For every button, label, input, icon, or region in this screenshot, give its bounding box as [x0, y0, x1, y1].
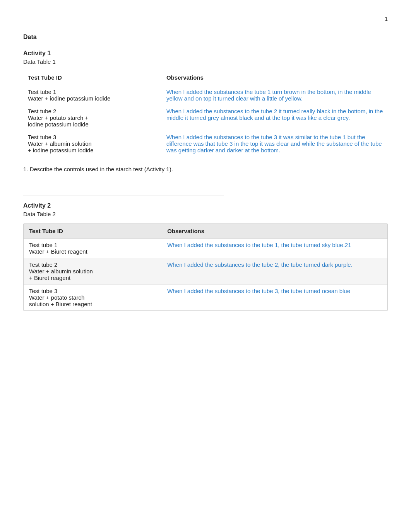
table-row: Test tube 1 Water + Biuret reagent When …	[24, 239, 387, 258]
tube-id-cell: Test tube 2 Water + albumin solution + B…	[24, 258, 162, 285]
table-row: Test tube 1 Water + iodine potassium iod…	[23, 85, 388, 105]
activity1-section: Activity 1 Data Table 1 Test Tube ID Obs…	[23, 50, 388, 172]
tube-id-cell: Test tube 3 Water + potato starch soluti…	[24, 285, 162, 311]
activity1-subheading: Data Table 1	[23, 58, 388, 65]
activity2-section: Activity 2 Data Table 2 Test Tube ID Obs…	[23, 202, 388, 311]
observation-cell: When I added the substances to the tube …	[162, 258, 387, 285]
observation-cell: When I added the substances to the tube …	[162, 105, 388, 131]
activity2-table: Test Tube ID Observations Test tube 1 Wa…	[24, 224, 387, 310]
table-row: Test tube 2 Water + albumin solution + B…	[24, 258, 387, 285]
observation-cell: When I added the substances the tube 1 t…	[162, 85, 388, 105]
tube-id-cell: Test tube 2 Water + potato starch + iodi…	[23, 105, 162, 131]
tube-id-cell: Test tube 1 Water + Biuret reagent	[24, 239, 162, 258]
tube-id-cell: Test tube 1 Water + iodine potassium iod…	[23, 85, 162, 105]
observation-cell: When I added the substances to the tube …	[162, 131, 388, 157]
act2-col1-header: Test Tube ID	[24, 224, 162, 239]
activity2-table-wrapper: Test Tube ID Observations Test tube 1 Wa…	[23, 223, 388, 311]
activity1-heading: Activity 1	[23, 50, 388, 57]
table-row: Test tube 2 Water + potato starch + iodi…	[23, 105, 388, 131]
observation-cell: When I added the substances to the tube …	[162, 239, 387, 258]
observation-cell: When I added the substances to the tube …	[162, 285, 387, 311]
act2-col2-header: Observations	[162, 224, 387, 239]
activity2-heading: Activity 2	[23, 202, 388, 209]
section-divider	[23, 196, 224, 196]
table-row: Test tube 3 Water + potato starch soluti…	[24, 285, 387, 311]
activity1-table: Test Tube ID Observations Test tube 1 Wa…	[23, 71, 388, 157]
tube-id-cell: Test tube 3 Water + albumin solution + i…	[23, 131, 162, 157]
activity2-subheading: Data Table 2	[23, 211, 388, 217]
act1-col1-header: Test Tube ID	[23, 71, 162, 85]
table-row: Test tube 3 Water + albumin solution + i…	[23, 131, 388, 157]
page-number: 1	[23, 15, 388, 22]
data-section-heading: Data	[23, 34, 388, 41]
question1-text: 1. Describe the controls used in the sta…	[23, 166, 388, 172]
act1-col2-header: Observations	[162, 71, 388, 85]
